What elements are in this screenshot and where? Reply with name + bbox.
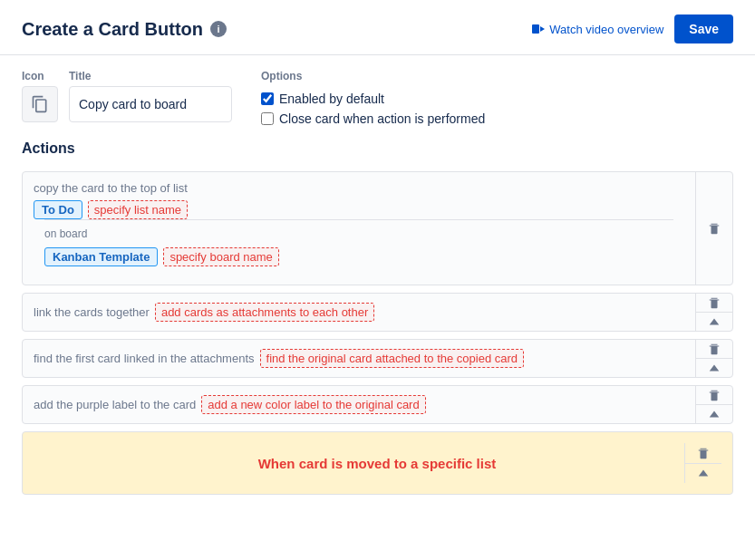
actions-section: Actions copy the card to the top of list… (0, 140, 755, 517)
action-label-delete-btn[interactable] (696, 386, 732, 404)
label-specify[interactable]: add a new color label to the original ca… (201, 395, 425, 414)
action-label-main: add the purple label to the card add a n… (23, 386, 732, 423)
option-close-checkbox[interactable] (261, 112, 274, 125)
trash-icon (708, 343, 721, 355)
action-link-fields: link the cards together add cards as att… (34, 303, 684, 322)
option-enabled[interactable]: Enabled by default (261, 92, 485, 106)
on-board-label: on board (34, 227, 684, 247)
action-find-up-btn[interactable] (696, 358, 732, 377)
trash-icon (708, 389, 721, 401)
action-label-btn-group (695, 386, 732, 423)
trash-icon (708, 222, 721, 235)
link-specify[interactable]: add cards as attachments to each other (155, 303, 374, 322)
icon-picker[interactable] (22, 86, 58, 122)
action-link-up-btn[interactable] (696, 312, 732, 331)
page-header: Create a Card Button i Watch video overv… (0, 0, 755, 55)
action-link-main: link the cards together add cards as att… (23, 294, 732, 331)
up-arrow-icon (697, 467, 710, 479)
page-title: Create a Card Button i (22, 19, 227, 40)
action-copy-main: copy the card to the top of list To Do s… (23, 172, 732, 285)
options-group: Options Enabled by default Close card wh… (261, 70, 485, 126)
action-find-label: find the first card linked in the attach… (34, 352, 255, 365)
up-arrow-icon (708, 315, 721, 328)
trash-icon (708, 296, 721, 309)
trash-icon (697, 447, 710, 459)
action-link-content: link the cards together add cards as att… (23, 294, 695, 331)
trigger-delete-btn[interactable] (685, 443, 721, 463)
action-copy-card: copy the card to the top of list To Do s… (22, 171, 733, 285)
trigger-btn-group (684, 443, 721, 483)
action-find-content: find the first card linked in the attach… (23, 340, 695, 377)
action-find-fields: find the first card linked in the attach… (34, 349, 684, 368)
action-copy-delete-btn[interactable] (696, 172, 732, 285)
action-find-card: find the first card linked in the attach… (22, 339, 733, 378)
action-copy-content: copy the card to the top of list To Do s… (23, 172, 695, 285)
options-label: Options (261, 70, 485, 82)
action-label-text: add the purple label to the card (34, 398, 196, 411)
find-specify[interactable]: find the original card attached to the c… (260, 349, 525, 368)
action-find-delete-btn[interactable] (696, 340, 732, 358)
header-actions: Watch video overview Save (532, 14, 733, 43)
copy-board-badge[interactable]: Kanban Template (44, 247, 158, 266)
video-icon (532, 23, 545, 35)
save-button[interactable]: Save (674, 14, 733, 43)
action-link-btn-group (695, 294, 732, 331)
action-label-card: add the purple label to the card add a n… (22, 385, 733, 424)
action-link-label: link the cards together (34, 305, 150, 319)
actions-title: Actions (22, 140, 733, 157)
option-enabled-label: Enabled by default (279, 92, 384, 106)
action-copy-btn-group (695, 172, 732, 285)
copy-divider (44, 219, 673, 220)
action-label-fields: add the purple label to the card add a n… (34, 395, 684, 414)
action-label-content: add the purple label to the card add a n… (23, 386, 695, 423)
svg-rect-0 (532, 24, 539, 34)
copy-board-specify[interactable]: specify board name (163, 247, 278, 266)
copy-list-badge[interactable]: To Do (34, 200, 82, 219)
action-copy-fields: To Do specify list name (34, 200, 684, 219)
form-section: Icon Title Options Enabled by default Cl… (0, 55, 755, 140)
action-find-btn-group (695, 340, 732, 377)
action-find-main: find the first card linked in the attach… (23, 340, 732, 377)
svg-marker-1 (540, 26, 545, 32)
option-close-label: Close card when action is performed (279, 111, 485, 126)
copy-board-fields: Kanban Template specify board name (34, 247, 684, 275)
icon-label: Icon (22, 70, 58, 82)
trigger-text: When card is moved to a specific list (70, 456, 684, 471)
action-link-delete-btn[interactable] (696, 294, 732, 312)
watch-video-link[interactable]: Watch video overview (532, 23, 663, 36)
copy-list-specify[interactable]: specify list name (88, 200, 188, 219)
trigger-card[interactable]: When card is moved to a specific list (22, 431, 733, 495)
title-label: Title (69, 70, 232, 82)
trigger-up-btn[interactable] (685, 463, 721, 484)
icon-field-group: Icon Title (22, 70, 232, 122)
action-copy-label: copy the card to the top of list (34, 181, 684, 195)
option-enabled-checkbox[interactable] (261, 92, 274, 105)
copy-icon (31, 95, 49, 113)
page-title-text: Create a Card Button (22, 19, 203, 40)
action-link-card: link the cards together add cards as att… (22, 293, 733, 332)
action-label-up-btn[interactable] (696, 404, 732, 423)
title-input[interactable] (69, 86, 232, 122)
option-close[interactable]: Close card when action is performed (261, 111, 485, 126)
up-arrow-icon (708, 408, 721, 420)
watch-video-label: Watch video overview (549, 23, 663, 36)
up-arrow-icon (708, 362, 721, 374)
info-icon[interactable]: i (210, 21, 227, 37)
